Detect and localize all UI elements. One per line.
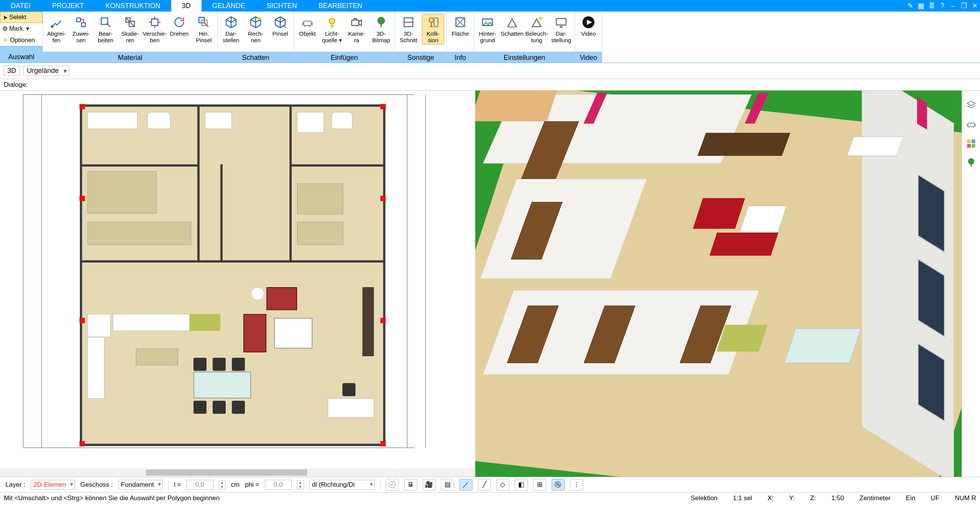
kamera-icon xyxy=(349,15,364,30)
terrain-combo[interactable]: Urgelände xyxy=(23,66,69,76)
layer-combo[interactable]: 2D-Elemen xyxy=(31,480,75,490)
geschoss-combo[interactable]: Fundament xyxy=(118,480,163,490)
window-minimize-icon[interactable]: – xyxy=(948,0,959,12)
mode-combo[interactable]: dl (Richtung/Di xyxy=(309,480,375,490)
ribbon-pinsel-button[interactable]: Pinsel xyxy=(269,14,291,38)
scrollbar-thumb[interactable] xyxy=(146,469,307,476)
hinpinsel-icon xyxy=(197,15,211,30)
ribbon-group-material: Abgrei- fenZuwei- senBear- beitenSkalie-… xyxy=(43,12,218,63)
svg-rect-1 xyxy=(77,18,81,22)
ribbon-group-sonstige: 3D- SchnittKolli- sionSonstige xyxy=(395,12,447,63)
ribbon-objekt-button[interactable]: Objekt xyxy=(296,14,319,38)
svg-point-9 xyxy=(258,17,261,20)
darstellung-label: Dar- stellung xyxy=(551,30,571,43)
tool-monitor-icon[interactable]: 🖥 xyxy=(404,479,417,491)
tab-datei[interactable]: DATEI xyxy=(0,0,41,12)
ribbon-group-info: FlächeInfo xyxy=(447,12,474,63)
palette-furniture-icon[interactable] xyxy=(965,118,977,131)
ribbon-left-column: ➤ Selekt ⚙ Mark. ▾ ＋ Optionen Auswahl xyxy=(0,12,43,63)
ribbon-verschieben-button[interactable]: Verschie- ben xyxy=(144,14,166,45)
window-close-icon[interactable]: ✕ xyxy=(969,0,980,12)
svg-rect-12 xyxy=(352,20,359,25)
view-3d-badge: 3D xyxy=(4,66,20,76)
window-restore-icon[interactable]: ❐ xyxy=(959,0,969,12)
palette-layers-icon[interactable] xyxy=(965,99,977,111)
ribbon-abgreifen-button[interactable]: Abgrei- fen xyxy=(45,14,68,45)
ribbon-hinpinsel-button[interactable]: Hin. Pinsel xyxy=(193,14,215,45)
length-spinner[interactable]: ▲▼ xyxy=(219,480,226,489)
menu-bar: DATEI PROJEKT KONSTRUKTION 3D GELÄNDE SI… xyxy=(0,0,980,12)
tab-sichten[interactable]: SICHTEN xyxy=(256,0,308,12)
rechnen-icon xyxy=(248,15,263,30)
svg-point-21 xyxy=(508,26,517,28)
selekt-button[interactable]: ➤ Selekt xyxy=(0,12,43,23)
svg-marker-26 xyxy=(967,101,975,106)
status-selektion: Selektion xyxy=(691,494,717,502)
ribbon-group-einfügen: ObjektLicht- quelle ▾Kame- ra3D- BitmapE… xyxy=(294,12,395,63)
status-hint: Mit <Umschalt> und <Strg> können Sie die… xyxy=(4,494,220,502)
ribbon-schatten2-button[interactable]: Schatten xyxy=(501,14,523,38)
group-label-einfügen: Einfügen xyxy=(294,52,395,63)
status-numr: NUM R xyxy=(955,494,976,502)
ribbon-rechnen-button[interactable]: Rech- nen xyxy=(245,14,267,45)
mark-button[interactable]: ⚙ Mark. ▾ xyxy=(0,23,43,35)
phi-input[interactable]: 0,0 xyxy=(265,480,292,490)
tool-north-icon[interactable]: Ⓝ xyxy=(552,479,565,491)
objekt-label: Objekt xyxy=(299,30,316,37)
tool-cube-icon[interactable]: ◧ xyxy=(515,479,528,491)
darstellen-icon xyxy=(224,15,238,30)
tool-camera-icon[interactable]: 🎥 xyxy=(423,479,436,491)
optionen-button[interactable]: ＋ Optionen xyxy=(0,35,43,46)
svg-point-16 xyxy=(429,18,433,22)
tab-bearbeiten[interactable]: BEARBEITEN xyxy=(308,0,373,12)
tab-gelaende[interactable]: GELÄNDE xyxy=(202,0,256,12)
ribbon-3dbitmap-button[interactable]: 3D- Bitmap xyxy=(370,14,392,45)
floor-plan-canvas[interactable] xyxy=(80,104,385,446)
ribbon-lichtquelle-button[interactable]: Licht- quelle ▾ xyxy=(321,14,343,45)
tool-line-b-icon[interactable]: ╱ xyxy=(478,479,491,491)
titlebar-box-icon[interactable]: ▦ xyxy=(916,0,926,12)
status-y: Y: xyxy=(789,494,795,502)
pinsel-label: Pinsel xyxy=(273,30,288,37)
ribbon-bearbeiten-button[interactable]: Bear- beiten xyxy=(94,14,117,45)
ribbon-flaeche-button[interactable]: Fläche xyxy=(449,14,471,38)
tool-clock-icon[interactable]: 🕘 xyxy=(386,479,399,491)
length-input[interactable]: 0,0 xyxy=(187,480,213,490)
titlebar-help-icon[interactable]: ? xyxy=(937,0,948,12)
tab-3d[interactable]: 3D xyxy=(171,0,202,12)
ribbon-group-video: VideoVideo xyxy=(575,12,602,63)
tool-plane-icon[interactable]: ◇ xyxy=(496,479,509,491)
tab-projekt[interactable]: PROJEKT xyxy=(41,0,95,12)
ribbon-drehen-button[interactable]: Drehen xyxy=(168,14,190,38)
svg-rect-33 xyxy=(970,164,971,167)
ribbon-hintergrund-button[interactable]: Hinter- grund xyxy=(476,14,499,45)
status-scale: 1:1 sel xyxy=(733,494,752,502)
tool-line-a-icon[interactable]: ／ xyxy=(459,479,473,491)
phi-spinner[interactable]: ▲▼ xyxy=(297,480,304,489)
titlebar-layers-icon[interactable]: ≣ xyxy=(926,0,937,12)
gear-small-icon: ⚙ xyxy=(2,25,8,32)
titlebar-tool-icon[interactable]: ✎ xyxy=(905,0,916,12)
rechnen-label: Rech- nen xyxy=(248,30,263,43)
ribbon-video-button[interactable]: Video xyxy=(577,14,600,38)
view-3d-render[interactable] xyxy=(475,91,962,477)
video-icon xyxy=(581,15,596,30)
ribbon-kamera-button[interactable]: Kame- ra xyxy=(345,14,368,45)
tool-more-icon[interactable]: ⋮ xyxy=(570,479,583,491)
horizontal-scrollbar[interactable] xyxy=(0,468,475,477)
ribbon-zuweisen-button[interactable]: Zuwei- sen xyxy=(70,14,92,45)
pinsel-icon xyxy=(273,15,288,30)
ribbon-beleuchtung-button[interactable]: Beleuch- tung xyxy=(526,14,548,45)
tool-stack-icon[interactable]: ▤ xyxy=(441,479,454,491)
ribbon-darstellung-button[interactable]: Dar- stellung xyxy=(550,14,572,45)
ribbon-skalieren-button[interactable]: Skalie- ren xyxy=(119,14,141,45)
palette-swatch-icon[interactable] xyxy=(965,137,977,150)
tool-grid-icon[interactable]: ⊞ xyxy=(533,479,546,491)
ribbon-kollision-button[interactable]: Kolli- sion xyxy=(422,14,444,45)
kamera-label: Kame- ra xyxy=(348,30,365,43)
palette-tree-icon[interactable] xyxy=(965,157,977,169)
tab-konstruktion[interactable]: KONSTRUKTION xyxy=(95,0,171,12)
ribbon-darstellen-button[interactable]: Dar- stellen xyxy=(220,14,242,45)
ribbon-3dschnitt-button[interactable]: 3D- Schnitt xyxy=(397,14,420,45)
view-2d-plan[interactable] xyxy=(0,91,475,477)
